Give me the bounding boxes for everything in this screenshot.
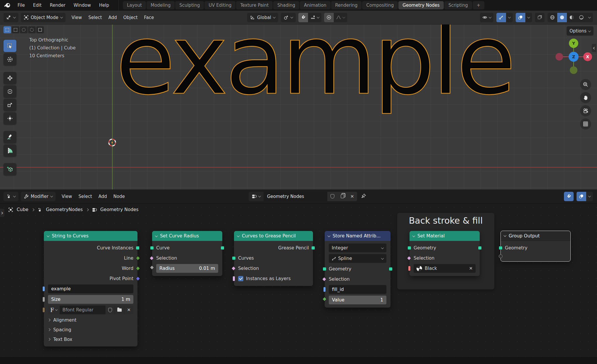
shading-solid-button[interactable] — [557, 13, 567, 22]
vp-menu-view[interactable]: View — [68, 15, 85, 20]
select-paint-button[interactable] — [36, 26, 44, 33]
ne-expand-arrow[interactable]: › — [0, 209, 4, 217]
ne-overlays-toggle[interactable] — [577, 192, 586, 201]
select-box-button[interactable] — [12, 26, 19, 33]
socket-selection-in[interactable] — [149, 256, 154, 261]
blender-logo-icon[interactable] — [4, 2, 11, 8]
tab-compositing[interactable]: Compositing — [362, 1, 398, 9]
menu-render[interactable]: Render — [46, 0, 69, 11]
gizmo-dropdown[interactable] — [506, 13, 513, 22]
material-selector[interactable]: Black ✕ — [414, 264, 476, 273]
socket-material-in[interactable] — [408, 266, 411, 271]
node-header[interactable]: Group Output — [501, 231, 570, 241]
socket-curve-instances-out[interactable] — [136, 246, 140, 250]
node-store-named-attribute[interactable]: Store Named Attrib... Integer Spline Geo… — [325, 231, 390, 308]
socket-pivot-point-out[interactable] — [136, 276, 140, 281]
ne-overlays-dropdown[interactable] — [586, 192, 593, 201]
tool-rotate[interactable] — [4, 85, 16, 98]
collapse-node-icon[interactable] — [504, 234, 507, 237]
font-unlink-button[interactable]: ✕ — [124, 306, 133, 314]
shading-dropdown[interactable] — [586, 13, 593, 22]
menu-window[interactable]: Window — [70, 0, 95, 11]
pan-button[interactable] — [580, 92, 591, 103]
radius-slider[interactable]: Radius 0.01 m — [156, 264, 218, 273]
ne-menu-view[interactable]: View — [59, 194, 75, 199]
node-group-output[interactable]: Group Output Geometry — [501, 231, 570, 261]
socket-geometry-in[interactable] — [499, 246, 503, 250]
socket-geometry-out[interactable] — [478, 246, 482, 250]
overlays-dropdown[interactable] — [525, 13, 532, 22]
socket-string-in[interactable] — [42, 286, 45, 291]
breadcrumb-tree[interactable]: Geometry Nodes — [100, 207, 139, 212]
node-editor-canvas[interactable]: › Cube GeometryNodes Geometry Nodes Back… — [0, 203, 597, 357]
pin-button[interactable] — [361, 193, 366, 199]
vp-menu-object[interactable]: Object — [120, 15, 141, 20]
tab-rendering[interactable]: Rendering — [331, 1, 362, 9]
socket-geometry-out[interactable] — [389, 267, 393, 271]
show-overlays-toggle[interactable] — [516, 13, 525, 22]
gizmo-axis-x[interactable]: X — [583, 52, 592, 61]
value-slider[interactable]: Value 1 — [329, 296, 386, 304]
ne-menu-select[interactable]: Select — [75, 194, 95, 199]
node-header[interactable]: Store Named Attrib... — [325, 231, 390, 241]
scene-text-object[interactable]: example — [116, 25, 513, 116]
pivot-point-selector[interactable] — [281, 13, 296, 22]
panel-spacing[interactable]: Spacing — [44, 325, 137, 334]
font-open-button[interactable] — [115, 306, 124, 314]
socket-instances-as-layers-in[interactable] — [233, 276, 235, 281]
collapse-node-icon[interactable] — [155, 234, 158, 237]
proportional-edit-toggle[interactable] — [324, 13, 334, 22]
socket-curves-in[interactable] — [232, 256, 236, 260]
tab-sculpting[interactable]: Sculpting — [175, 1, 204, 9]
new-copy-button[interactable] — [337, 192, 347, 201]
menu-file[interactable]: File — [13, 0, 29, 11]
shading-rendered-button[interactable] — [577, 13, 586, 22]
ne-menu-add[interactable]: Add — [95, 194, 110, 199]
tab-texture-paint[interactable]: Texture Paint — [236, 1, 273, 9]
node-set-curve-radius[interactable]: Set Curve Radius Curve Selection Radius … — [152, 231, 222, 276]
tool-cursor[interactable] — [4, 53, 16, 65]
viewport-canvas[interactable]: example Top Orthographic (1) Collection … — [0, 25, 597, 189]
node-string-to-curves[interactable]: String to Curves Curve Instances Line Wo… — [44, 231, 137, 346]
vp-menu-face[interactable]: Face — [141, 15, 157, 20]
sidebar-collapse-arrow[interactable]: ‹ — [592, 44, 596, 52]
gizmo-axis-z[interactable]: Z — [569, 52, 579, 62]
socket-selection-in[interactable] — [231, 266, 236, 271]
socket-name-in[interactable] — [323, 287, 326, 292]
ne-editor-type-selector[interactable] — [4, 192, 18, 201]
tool-measure[interactable] — [4, 144, 16, 157]
panel-alignment[interactable]: Alignment — [44, 315, 137, 325]
mode-selector[interactable]: Object Mode — [21, 13, 66, 22]
font-name-field[interactable]: Bfont Regular — [60, 306, 106, 314]
collapse-node-icon[interactable] — [47, 234, 50, 237]
shading-material-button[interactable] — [567, 13, 577, 22]
collapse-node-icon[interactable] — [412, 234, 415, 237]
collapse-node-icon[interactable] — [237, 234, 240, 237]
tab-scripting[interactable]: Scripting — [444, 1, 472, 9]
collapse-node-icon[interactable] — [328, 234, 331, 237]
data-type-dropdown[interactable]: Integer — [329, 244, 386, 252]
camera-view-button[interactable] — [580, 105, 591, 116]
vp-menu-select[interactable]: Select — [85, 15, 105, 20]
show-gizmo-toggle[interactable] — [496, 13, 506, 22]
tool-transform[interactable] — [4, 112, 16, 125]
select-circle-button[interactable] — [20, 26, 27, 33]
tab-uv-editing[interactable]: UV Editing — [204, 1, 235, 9]
font-browse-button[interactable]: F — [48, 306, 60, 314]
ne-snap-toggle[interactable] — [564, 192, 574, 201]
tool-scale[interactable] — [4, 99, 16, 111]
socket-font-in[interactable] — [42, 307, 45, 313]
fake-user-button[interactable] — [327, 192, 337, 201]
tool-move[interactable] — [4, 72, 16, 84]
instances-as-layers-checkbox[interactable] — [238, 276, 243, 281]
node-header[interactable]: Set Curve Radius — [152, 231, 222, 241]
tool-add-primitive[interactable] — [4, 163, 16, 175]
socket-word-out[interactable] — [136, 266, 140, 271]
socket-line-out[interactable] — [136, 256, 140, 261]
socket-geometry-in[interactable] — [323, 267, 326, 271]
select-lasso-button[interactable] — [28, 26, 36, 33]
browse-node-tree-button[interactable] — [249, 192, 264, 201]
tool-select-box[interactable] — [4, 40, 16, 52]
gizmo-axis-y-neg[interactable] — [570, 66, 577, 74]
tab-layout[interactable]: Layout — [123, 1, 146, 9]
